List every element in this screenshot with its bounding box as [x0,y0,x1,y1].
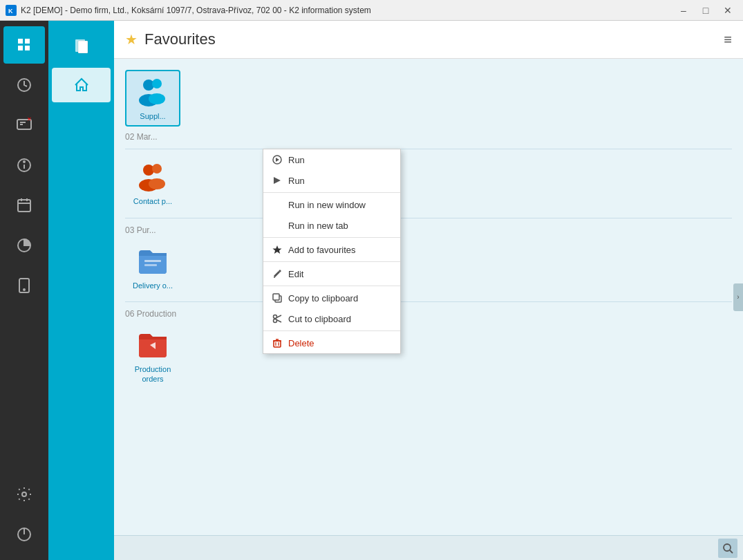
svg-point-33 [149,178,165,189]
context-menu-item-add-fav[interactable]: Add to favourites [263,239,400,260]
svg-line-53 [730,550,733,553]
section-label-purchase: 03 Pur... [125,225,732,235]
minimize-button[interactable]: – [674,3,693,17]
production-items-row: Production orders [125,324,732,389]
favourites-star-icon: ★ [125,31,138,48]
list-item-label: Contact p... [133,196,172,206]
section-suppliers: Suppl... 02 Mar... [125,70,732,142]
context-menu-item-run2[interactable]: Run [263,170,400,191]
sidebar-item-messages[interactable]: ✕ [3,106,45,144]
svg-point-13 [23,161,25,162]
svg-rect-2 [18,39,23,44]
svg-marker-38 [274,177,281,184]
svg-marker-37 [276,158,279,162]
sidebar-light-item-home[interactable] [52,68,111,102]
section-divider-1 [125,149,732,149]
svg-point-27 [152,79,162,88]
list-item[interactable]: Suppl... [125,70,180,127]
context-menu-item-copy[interactable]: Copy to clipboard [263,288,400,308]
list-item[interactable]: Contact p... [125,156,180,210]
context-menu-label-cut: Cut to clipboard [288,314,351,324]
pencil-icon [272,268,283,279]
sidebar-item-calendar[interactable] [3,187,45,224]
bottom-bar [114,535,743,560]
sidebar-dark-bottom [3,476,45,553]
context-menu-sep-5 [263,330,400,331]
svg-rect-4 [18,46,23,50]
svg-rect-5 [25,46,30,50]
run-circle-icon [272,154,283,165]
folder-red-icon [136,328,169,362]
sidebar-item-settings[interactable] [3,476,45,513]
svg-rect-42 [273,294,279,300]
sidebar-light-item-pages[interactable] [52,29,111,64]
sidebar-item-grid[interactable] [3,26,45,64]
menu-icon[interactable]: ≡ [724,32,732,48]
svg-marker-39 [273,245,282,254]
list-item-label: Delivery o... [133,281,173,290]
run-tab-icon [272,220,283,231]
folder-blue-icon [136,245,169,278]
context-menu-label-run2: Run [288,176,305,186]
svg-rect-35 [144,264,157,266]
people-blue-icon [136,75,169,109]
svg-point-21 [22,492,26,496]
svg-text:K: K [8,8,13,15]
svg-point-52 [724,544,731,551]
title-bar-left: K K2 [DEMO] - Demo firm, Ltd., Koksární … [6,5,371,16]
section-production: 06 Production Production orders [125,309,732,389]
svg-rect-34 [144,260,161,262]
context-menu-label-edit: Edit [288,269,303,279]
collapse-button[interactable]: › [733,283,743,311]
app-logo: K [6,5,17,16]
context-menu-sep-3 [263,261,400,262]
svg-rect-47 [274,341,281,347]
svg-text:✕: ✕ [27,117,32,122]
context-menu-item-edit[interactable]: Edit [263,263,400,284]
people-orange-icon [136,160,169,194]
purchase-items-row: Delivery o... [125,241,732,295]
context-menu-item-delete[interactable]: Delete [263,333,400,353]
list-item[interactable]: Production orders [125,324,180,389]
app-container: ✕ [0,21,743,560]
section-label-production: 06 Production [125,309,732,319]
context-menu-sep-1 [263,192,400,193]
search-button[interactable] [718,539,737,558]
section-label-suppliers: 02 Mar... [125,132,732,142]
content-header: ★ Favourites ≡ [114,21,743,59]
context-menu-label-run1: Run [288,155,305,165]
maximize-button[interactable]: □ [696,3,715,17]
sidebar-item-charts[interactable] [3,227,45,264]
svg-point-20 [23,289,25,290]
title-bar: K K2 [DEMO] - Demo firm, Ltd., Koksární … [0,0,743,21]
sidebar-item-phone[interactable] [3,267,45,304]
context-menu-item-run-window[interactable]: Run in new window [263,194,400,215]
close-button[interactable]: ✕ [718,3,737,17]
context-menu-item-run1[interactable]: Run [263,149,400,170]
scissors-icon [272,313,283,324]
section-contacts: Contact p... [125,156,732,210]
context-menu-label-copy: Copy to clipboard [288,293,358,304]
context-menu-item-cut[interactable]: Cut to clipboard [263,308,400,329]
copy-icon [272,292,283,304]
list-item[interactable]: Delivery o... [125,241,180,295]
svg-point-44 [274,319,277,323]
section-purchase: 03 Pur... Delivery o... [125,225,732,295]
context-menu-item-run-tab[interactable]: Run in new tab [263,215,400,236]
svg-rect-14 [18,200,30,212]
search-icon [722,543,733,554]
context-menu-label-delete: Delete [288,338,314,348]
suppliers-items-row: Suppl... [125,70,732,127]
svg-point-29 [149,93,165,104]
context-menu: Run Run Run in new window [263,149,401,354]
sidebar-item-power[interactable] [3,516,45,553]
sidebar-item-recent[interactable] [3,66,45,104]
context-menu-sep-4 [263,286,400,286]
svg-rect-3 [25,39,30,44]
main-content: ★ Favourites ≡ [114,21,743,560]
sidebar-light [48,21,114,560]
context-menu-label-add-fav: Add to favourites [288,245,356,255]
list-item-label: Production orders [128,364,178,384]
list-item-label: Suppl... [140,111,165,121]
sidebar-item-info[interactable] [3,147,45,184]
